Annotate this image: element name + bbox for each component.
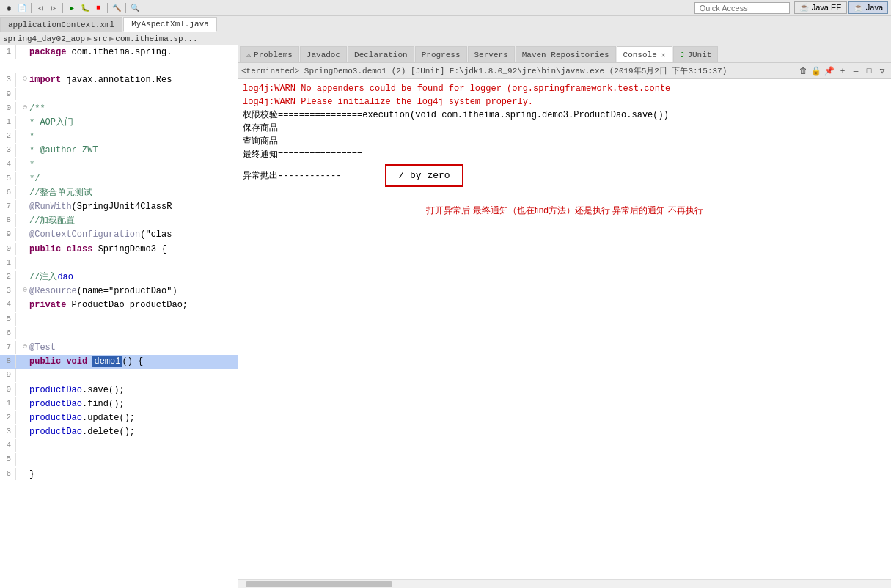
- code-line-9b: 9: [0, 369, 238, 383]
- file-tab-appcontext-label: applicationContext.xml: [8, 21, 114, 29]
- quick-access-input[interactable]: [694, 2, 790, 14]
- forward-icon[interactable]: ▷: [48, 2, 59, 14]
- java-ee-perspective[interactable]: ☕ Java EE: [794, 1, 847, 14]
- horizontal-scroll-thumb[interactable]: [246, 581, 392, 587]
- console-line-4: 保存商品: [243, 122, 887, 135]
- console-toolbar: <terminated> SpringDemo3.demo1 (2) [JUni…: [238, 63, 891, 79]
- tab-problems[interactable]: ⚠ Problems: [240, 46, 299, 62]
- code-line-3: 3 ⊖ import javax.annotation.Res: [0, 73, 238, 87]
- back-icon[interactable]: ◁: [34, 2, 46, 14]
- tab-maven[interactable]: Maven Repositories: [516, 46, 616, 62]
- console-minimize-icon[interactable]: —: [850, 65, 862, 77]
- console-status-text: <terminated> SpringDemo3.demo1 (2) [JUni…: [241, 65, 727, 76]
- breadcrumb-package[interactable]: com.itheima.sp...: [115, 34, 197, 43]
- code-line-3c: 3 productDao.delete();: [0, 425, 238, 439]
- tab-servers[interactable]: Servers: [468, 46, 515, 62]
- sep4: [125, 3, 126, 13]
- code-line-5b: 5: [0, 313, 238, 327]
- file-tab-appcontext[interactable]: applicationContext.xml: [0, 17, 122, 32]
- code-line-1b: 1: [0, 257, 238, 271]
- output-panel: ⚠ Problems Javadoc Declaration Progress …: [238, 45, 891, 588]
- code-line-8b: 8 public void demo1() {: [0, 355, 238, 369]
- code-line-9a: 9 @ContextConfiguration("clas: [0, 228, 238, 242]
- code-line-8a: 8 //加载配置: [0, 214, 238, 228]
- annotation-box: / by zero: [385, 164, 463, 187]
- perspective-buttons: ☕ Java EE ☕ Java: [794, 1, 888, 14]
- breadcrumb-project[interactable]: spring4_day02_aop: [3, 34, 85, 43]
- file-tab-myaspect-label: MyAspectXml.java: [131, 20, 209, 29]
- code-line-5c: 5: [0, 453, 238, 467]
- code-line-0a: 0 ⊖ /**: [0, 102, 238, 116]
- app-icon: ◉: [3, 2, 15, 14]
- exception-prefix: 异常抛出------------: [243, 169, 341, 183]
- code-line-1a: 1 * AOP入门: [0, 116, 238, 130]
- console-line-3: 权限校验================execution(void com.i…: [243, 109, 887, 122]
- scroll-lock-icon[interactable]: 🔒: [810, 65, 822, 77]
- clear-console-icon[interactable]: 🗑: [797, 65, 809, 77]
- stop-icon[interactable]: ■: [92, 2, 104, 14]
- tab-progress-label: Progress: [422, 51, 461, 59]
- code-line-6b: 6: [0, 327, 238, 341]
- code-line-2b: 2 //注入dao: [0, 271, 238, 284]
- sep1: [31, 3, 32, 13]
- tab-junit-label: JUnit: [687, 51, 711, 59]
- code-line-blank1: [0, 59, 238, 73]
- tab-declaration[interactable]: Declaration: [348, 46, 414, 62]
- console-line-5: 查询商品: [243, 135, 887, 148]
- code-line-5a: 5 */: [0, 172, 238, 186]
- breadcrumb: spring4_day02_aop ▶ src ▶ com.itheima.sp…: [0, 32, 891, 45]
- console-new-icon[interactable]: +: [837, 65, 848, 77]
- sep3: [107, 3, 108, 13]
- tab-servers-label: Servers: [474, 51, 508, 59]
- console-line-1: log4j:WARN No appenders could be found f…: [243, 82, 887, 95]
- editor-tabs: applicationContext.xml MyAspectXml.java: [0, 16, 891, 32]
- horizontal-scrollbar[interactable]: [238, 579, 891, 588]
- sep2: [62, 3, 63, 13]
- exception-line: 异常抛出------------ / by zero: [243, 161, 887, 190]
- console-line-6: 最终通知================: [243, 148, 887, 161]
- breadcrumb-src[interactable]: src: [93, 34, 108, 43]
- code-line-1: 1 package com.itheima.spring.: [0, 45, 238, 59]
- code-line-2c: 2 productDao.update();: [0, 411, 238, 425]
- code-line-3b: 3 ⊖ @Resource(name="productDao"): [0, 284, 238, 298]
- tab-console-label: Console: [623, 51, 657, 59]
- main-layout: 1 package com.itheima.spring. 3 ⊖ import…: [0, 45, 891, 588]
- search-icon[interactable]: 🔍: [129, 2, 141, 14]
- code-line-0b: 0 public class SpringDemo3 {: [0, 243, 238, 257]
- file-tab-myaspect[interactable]: MyAspectXml.java: [123, 17, 217, 32]
- code-line-4b: 4 private ProductDao productDao;: [0, 298, 238, 312]
- code-line-7b: 7 ⊖ @Test: [0, 341, 238, 355]
- console-line-2: log4j:WARN Please initialize the log4j s…: [243, 95, 887, 109]
- code-line-0c: 0 productDao.save();: [0, 383, 238, 397]
- java-perspective[interactable]: ☕ Java: [848, 1, 888, 14]
- tab-progress[interactable]: Progress: [415, 46, 467, 62]
- console-maximize-icon[interactable]: □: [863, 65, 875, 77]
- code-line-4c: 4: [0, 439, 238, 453]
- code-panel: 1 package com.itheima.spring. 3 ⊖ import…: [0, 45, 238, 588]
- pin-icon[interactable]: 📌: [824, 65, 835, 77]
- console-close-icon[interactable]: ✕: [661, 51, 666, 59]
- code-line-6a: 6 //整合单元测试: [0, 186, 238, 200]
- debug-icon[interactable]: 🐛: [79, 2, 91, 14]
- tab-declaration-label: Declaration: [354, 51, 408, 59]
- tab-maven-label: Maven Repositories: [522, 51, 609, 59]
- tab-javadoc-label: Javadoc: [307, 51, 340, 59]
- tab-junit[interactable]: J JUnit: [673, 46, 719, 62]
- build-icon[interactable]: 🔨: [111, 2, 122, 14]
- main-toolbar: ◉ 📄 ◁ ▷ ▶ 🐛 ■ 🔨 🔍 ☕ Java EE ☕ Java: [0, 0, 891, 16]
- problems-icon: ⚠: [246, 51, 251, 59]
- breadcrumb-sep2: ▶: [109, 34, 114, 43]
- code-line-9: 9: [0, 88, 238, 102]
- tab-problems-label: Problems: [254, 51, 293, 59]
- code-line-7a: 7 @RunWith(SpringJUnit4ClassR: [0, 200, 238, 214]
- file-icon[interactable]: 📄: [16, 2, 28, 14]
- run-icon[interactable]: ▶: [66, 2, 78, 14]
- console-view-menu-icon[interactable]: ▽: [876, 65, 888, 77]
- code-editor[interactable]: 1 package com.itheima.spring. 3 ⊖ import…: [0, 45, 238, 588]
- code-line-3a: 3 * @author ZWT: [0, 144, 238, 158]
- tab-javadoc[interactable]: Javadoc: [300, 46, 347, 62]
- annotation-text: / by zero: [398, 170, 450, 181]
- tab-console[interactable]: Console ✕: [617, 46, 672, 62]
- code-line-6c: 6 }: [0, 468, 238, 482]
- console-content[interactable]: log4j:WARN No appenders could be found f…: [238, 79, 891, 579]
